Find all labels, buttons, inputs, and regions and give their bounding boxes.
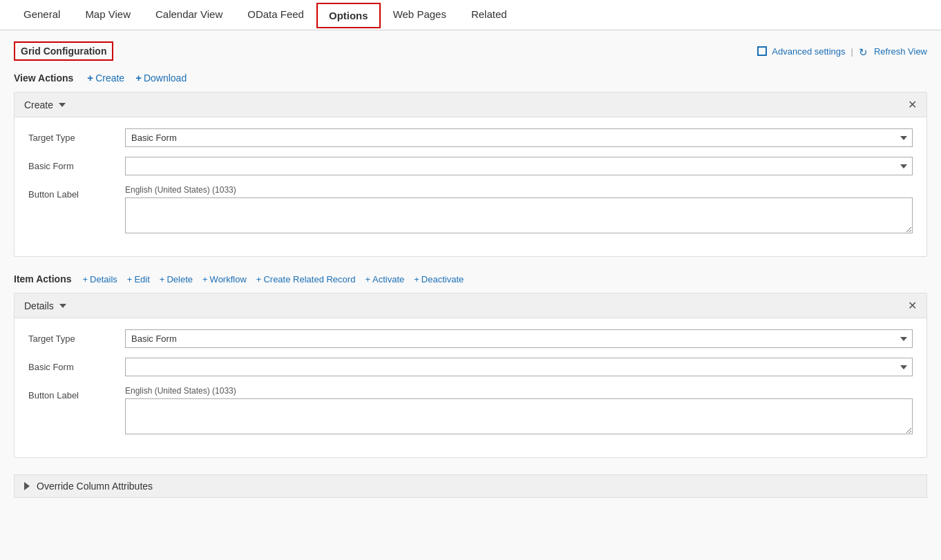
create-target-type-control: Basic Form bbox=[125, 128, 913, 147]
create-basic-form-label: Basic Form bbox=[28, 157, 125, 171]
details-action-link[interactable]: + Details bbox=[83, 274, 117, 284]
create-basic-form-row: Basic Form bbox=[28, 157, 913, 175]
create-target-type-select[interactable]: Basic Form bbox=[125, 128, 913, 147]
activate-action-link[interactable]: + Activate bbox=[365, 274, 404, 284]
override-column-row[interactable]: Override Column Attributes bbox=[14, 474, 927, 498]
download-action-link[interactable]: + Download bbox=[135, 72, 187, 84]
create-card: Create ✕ Target Type Basic Form Basic bbox=[14, 92, 927, 257]
workflow-action-link[interactable]: + Workflow bbox=[202, 274, 247, 284]
section-actions: Advanced settings | ↻ Refresh View bbox=[757, 46, 927, 57]
create-target-type-row: Target Type Basic Form bbox=[28, 128, 913, 147]
top-navigation: General Map View Calendar View OData Fee… bbox=[0, 0, 941, 30]
view-actions-label: View Actions bbox=[14, 73, 73, 84]
create-card-close[interactable]: ✕ bbox=[908, 98, 917, 111]
refresh-view-link[interactable]: ↻ Refresh View bbox=[859, 46, 927, 57]
item-actions-bar: Item Actions + Details + Edit + Delete +… bbox=[14, 273, 927, 284]
edit-action-link[interactable]: + Edit bbox=[127, 274, 150, 284]
activate-label: Activate bbox=[372, 274, 404, 284]
create-button-label-control: English (United States) (1033) bbox=[125, 185, 913, 235]
activate-plus-icon: + bbox=[365, 274, 370, 284]
nav-related[interactable]: Related bbox=[459, 1, 520, 29]
details-target-type-label: Target Type bbox=[28, 329, 125, 344]
details-button-label-label: Button Label bbox=[28, 386, 125, 400]
create-card-body: Target Type Basic Form Basic Form bbox=[15, 117, 926, 256]
create-related-plus-icon: + bbox=[256, 274, 262, 284]
details-button-label-control: English (United States) (1033) bbox=[125, 386, 913, 436]
create-card-header-left: Create bbox=[24, 99, 66, 110]
deactivate-plus-icon: + bbox=[414, 274, 419, 284]
details-label: Details bbox=[90, 274, 117, 284]
create-related-action-link[interactable]: + Create Related Record bbox=[256, 274, 356, 284]
override-expand-icon bbox=[24, 482, 30, 490]
details-plus-icon: + bbox=[83, 274, 88, 284]
details-basic-form-label: Basic Form bbox=[28, 358, 125, 372]
page-content: Grid Configuration Advanced settings | ↻… bbox=[0, 30, 941, 560]
details-card-title: Details bbox=[24, 300, 54, 311]
details-basic-form-select-wrapper bbox=[125, 358, 913, 376]
details-card-header: Details ✕ bbox=[15, 293, 926, 318]
settings-icon bbox=[757, 46, 767, 56]
details-card-close[interactable]: ✕ bbox=[908, 299, 917, 312]
nav-web-pages[interactable]: Web Pages bbox=[381, 1, 459, 29]
deactivate-label: Deactivate bbox=[421, 274, 464, 284]
create-plus-icon: + bbox=[87, 72, 93, 84]
details-basic-form-select[interactable] bbox=[125, 358, 913, 376]
details-target-type-row: Target Type Basic Form bbox=[28, 329, 913, 348]
details-card-header-left: Details bbox=[24, 300, 66, 311]
create-card-title: Create bbox=[24, 99, 53, 110]
divider: | bbox=[851, 46, 853, 57]
nav-general[interactable]: General bbox=[11, 1, 73, 29]
download-label: Download bbox=[144, 73, 187, 84]
nav-map-view[interactable]: Map View bbox=[73, 1, 143, 29]
details-card-body: Target Type Basic Form Basic Form bbox=[15, 318, 926, 457]
refresh-icon: ↻ bbox=[859, 46, 869, 57]
details-target-type-select[interactable]: Basic Form bbox=[125, 329, 913, 348]
create-basic-form-control bbox=[125, 157, 913, 175]
delete-plus-icon: + bbox=[160, 274, 165, 284]
create-target-type-label: Target Type bbox=[28, 128, 125, 143]
create-action-link[interactable]: + Create bbox=[87, 72, 124, 84]
create-basic-form-select-wrapper bbox=[125, 157, 913, 175]
item-actions-label: Item Actions bbox=[14, 273, 72, 284]
details-button-label-row: Button Label English (United States) (10… bbox=[28, 386, 913, 436]
refresh-view-label: Refresh View bbox=[874, 46, 927, 57]
create-button-label-row: Button Label English (United States) (10… bbox=[28, 185, 913, 235]
details-button-label-lang: English (United States) (1033) bbox=[125, 386, 913, 396]
download-plus-icon: + bbox=[135, 72, 142, 84]
create-basic-form-select[interactable] bbox=[125, 157, 913, 175]
create-button-label-label: Button Label bbox=[28, 185, 125, 200]
view-actions-bar: View Actions + Create + Download bbox=[14, 72, 927, 84]
override-label: Override Column Attributes bbox=[37, 481, 153, 492]
details-card-chevron[interactable] bbox=[59, 304, 66, 308]
section-header: Grid Configuration Advanced settings | ↻… bbox=[14, 41, 927, 61]
edit-label: Edit bbox=[134, 274, 149, 284]
nav-calendar-view[interactable]: Calendar View bbox=[143, 1, 235, 29]
details-target-type-control: Basic Form bbox=[125, 329, 913, 348]
workflow-label: Workflow bbox=[210, 274, 247, 284]
create-button-label-lang: English (United States) (1033) bbox=[125, 185, 913, 195]
nav-odata-feed[interactable]: OData Feed bbox=[235, 1, 316, 29]
details-basic-form-row: Basic Form bbox=[28, 358, 913, 376]
create-related-label: Create Related Record bbox=[263, 274, 355, 284]
details-card: Details ✕ Target Type Basic Form Basi bbox=[14, 293, 927, 458]
create-target-type-select-wrapper: Basic Form bbox=[125, 128, 913, 147]
create-card-header: Create ✕ bbox=[15, 93, 926, 117]
nav-options[interactable]: Options bbox=[316, 3, 381, 28]
workflow-plus-icon: + bbox=[202, 274, 208, 284]
details-basic-form-control bbox=[125, 358, 913, 376]
advanced-settings-link[interactable]: Advanced settings bbox=[757, 46, 845, 57]
delete-label: Delete bbox=[167, 274, 193, 284]
details-target-type-select-wrapper: Basic Form bbox=[125, 329, 913, 348]
advanced-settings-label: Advanced settings bbox=[772, 46, 845, 57]
create-button-label-textarea[interactable] bbox=[125, 197, 913, 233]
edit-plus-icon: + bbox=[127, 274, 133, 284]
deactivate-action-link[interactable]: + Deactivate bbox=[414, 274, 464, 284]
section-title: Grid Configuration bbox=[14, 41, 113, 61]
details-button-label-textarea[interactable] bbox=[125, 398, 913, 434]
delete-action-link[interactable]: + Delete bbox=[160, 274, 193, 284]
create-label: Create bbox=[95, 73, 124, 84]
create-card-chevron[interactable] bbox=[59, 103, 66, 107]
